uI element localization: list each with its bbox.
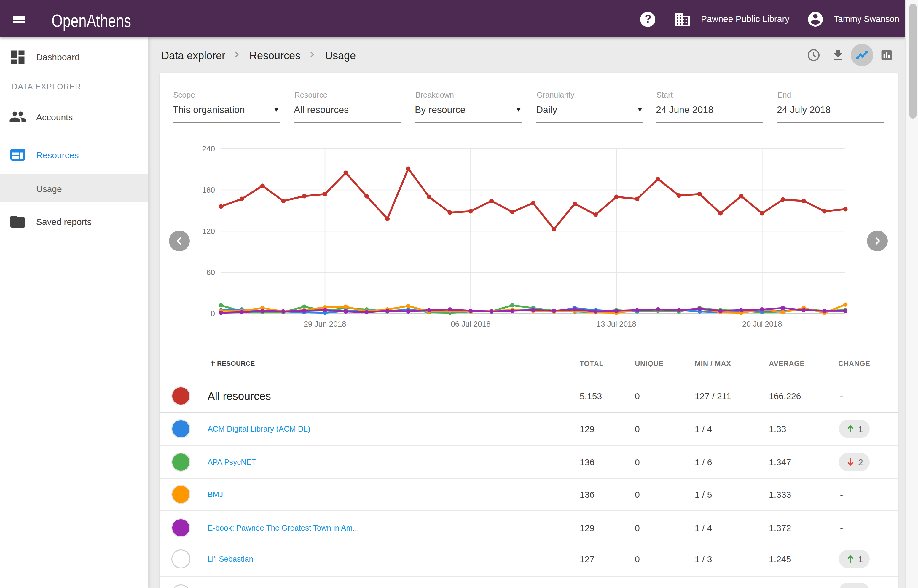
svg-text:29 Jun 2018: 29 Jun 2018 — [304, 320, 346, 328]
svg-text:OpenAthens: OpenAthens — [52, 10, 131, 31]
svg-text:0: 0 — [211, 309, 215, 318]
svg-text:20 Jul 2018: 20 Jul 2018 — [742, 320, 782, 328]
svg-text:06 Jul 2018: 06 Jul 2018 — [451, 320, 491, 328]
svg-text:240: 240 — [202, 144, 215, 153]
svg-text:60: 60 — [206, 268, 215, 277]
svg-text:180: 180 — [202, 186, 215, 194]
svg-text:13 Jul 2018: 13 Jul 2018 — [597, 320, 636, 328]
svg-text:120: 120 — [202, 227, 215, 236]
